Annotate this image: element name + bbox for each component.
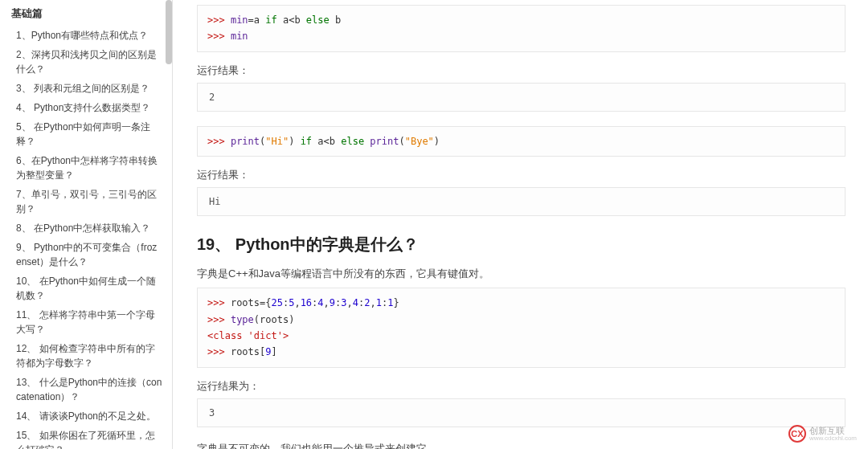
result-block: 2 [197,83,845,112]
sidebar-item-1[interactable]: 1、Python有哪些特点和优点？ [11,26,162,45]
sidebar-item-14[interactable]: 14、 请谈谈Python的不足之处。 [11,406,162,426]
code-text: =a [248,14,266,26]
sidebar-item-13[interactable]: 13、 什么是Python中的连接（concatenation）？ [11,373,162,406]
num: 3 [341,297,346,308]
run-result-label: 运行结果： [197,168,845,182]
keyword-if: if [301,136,312,147]
prompt: >>> [207,297,231,308]
num: 1 [376,297,382,308]
keyword-else: else [306,14,330,26]
num: 9 [330,297,335,308]
code-text: b [330,14,341,26]
code-text: min [231,31,248,42]
num: 4 [317,297,323,308]
string: "Hi" [265,136,289,147]
main-content: >>> min=a if a<b else b >>> min 运行结果： 2 … [173,0,868,449]
paragraph: 字典是C++和Java等编程语言中所没有的东西，它具有键值对。 [197,267,845,281]
num: 9 [265,346,271,357]
func-print: print [231,136,260,147]
logo-badge-icon: CX [788,425,806,443]
code-text: min [231,14,248,26]
code-text: ( [399,136,404,147]
prompt: >>> [207,14,231,26]
keyword-if: if [265,14,276,26]
keyword-else: else [341,136,364,147]
sidebar-item-5[interactable]: 5、 在Python中如何声明一条注释？ [11,117,162,151]
code-text: , [324,297,330,308]
logo-subtext: www.cdcxhl.com [809,435,857,443]
code-text: ) [434,136,440,147]
sidebar-item-6[interactable]: 6、在Python中怎样将字符串转换为整型变量？ [11,151,162,185]
code-text [242,330,248,341]
code-text: , [370,297,375,308]
result-block: 3 [197,398,845,427]
sidebar-item-3[interactable]: 3、 列表和元组之间的区别是？ [11,79,162,98]
string: 'dict' [248,330,283,341]
paragraph: 字典是不可变的，我们也能用一个推导式来创建它。 [197,442,845,449]
code-text: ] [272,346,277,357]
code-block-dict: >>> roots={25:5,16:4,9:3,4:2,1:1} >>> ty… [197,288,845,368]
keyword-class: class [213,330,242,341]
sidebar-item-11[interactable]: 11、 怎样将字符串中第一个字母大写？ [11,305,162,339]
num: 16 [301,297,312,308]
code-block-print: >>> print("Hi") if a<b else print("Bye") [197,126,845,157]
code-text: , [347,297,353,308]
code-text: , [294,297,300,308]
logo-text: 创新互联 [809,426,857,435]
sidebar-item-7[interactable]: 7、单引号，双引号，三引号的区别？ [11,185,162,218]
code-text: a<b [277,14,306,26]
prompt: >>> [207,136,231,147]
code-text: a<b [312,136,341,147]
prompt: >>> [207,31,231,42]
sidebar: 基础篇 1、Python有哪些特点和优点？ 2、深拷贝和浅拷贝之间的区别是什么？… [0,0,173,449]
footer-logo: CX 创新互联 www.cdcxhl.com [788,425,857,443]
func-type: type [231,314,254,325]
num: 25 [271,297,282,308]
sidebar-heading: 基础篇 [11,6,162,21]
sidebar-item-12[interactable]: 12、 如何检查字符串中所有的字符都为字母数字？ [11,339,162,373]
code-text: > [283,330,289,341]
run-result-label: 运行结果： [197,63,845,78]
prompt: >>> [207,314,231,325]
num: 4 [353,297,358,308]
code-block-ternary: >>> min=a if a<b else b >>> min [197,5,845,52]
sidebar-item-9[interactable]: 9、 Python中的不可变集合（frozenset）是什么？ [11,238,162,271]
code-text: (roots) [254,314,295,325]
section-heading: 19、 Python中的字典是什么？ [197,234,845,255]
code-text: roots={ [231,297,272,308]
sidebar-item-8[interactable]: 8、 在Python中怎样获取输入？ [11,218,162,238]
sidebar-item-10[interactable]: 10、 在Python中如何生成一个随机数？ [11,271,162,305]
sidebar-item-2[interactable]: 2、深拷贝和浅拷贝之间的区别是什么？ [11,45,162,79]
code-text: ) [289,136,300,147]
scrollbar[interactable] [166,0,172,64]
string: "Bye" [405,136,434,147]
prompt: >>> [207,346,231,357]
sidebar-item-4[interactable]: 4、 Python支持什么数据类型？ [11,98,162,117]
run-result-label: 运行结果为： [197,379,845,394]
code-text: } [393,297,399,308]
code-text: roots[ [231,346,265,357]
result-block: Hi [197,187,845,216]
sidebar-item-15[interactable]: 15、 如果你困在了死循环里，怎么打破它？ [11,426,162,449]
func-print: print [370,136,399,147]
